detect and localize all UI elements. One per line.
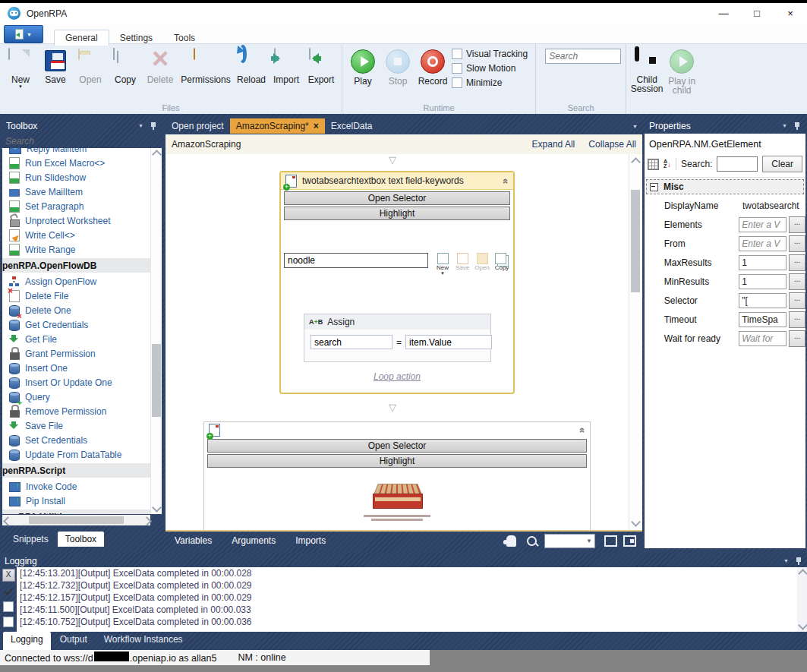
imports-button[interactable]: Imports [295,535,326,546]
ellipsis-button[interactable]: ... [789,330,805,347]
ellipsis-button[interactable]: ... [789,273,805,290]
save-button[interactable]: Save [38,46,73,84]
logging-tab[interactable]: Logging [3,632,51,650]
app-menu-button[interactable]: ▼ [4,25,43,43]
arguments-button[interactable]: Arguments [232,535,276,546]
toolbox-item[interactable]: Write Cell<> [2,228,150,242]
collapse-chevron-icon[interactable]: « [500,178,512,183]
assign-value-input[interactable] [405,335,492,349]
highlight-button[interactable]: Highlight [207,454,587,468]
toolbox-item[interactable]: Reply MailItem [2,148,150,156]
ribbon-search-input[interactable] [545,49,621,64]
assign-activity[interactable]: A+B Assign = [304,314,491,362]
pin-icon[interactable] [150,121,157,131]
ellipsis-button[interactable]: ... [789,254,805,271]
log-checkbox[interactable] [3,601,14,612]
play-in-child-button[interactable]: Play in child [664,46,699,95]
toolbox-item[interactable]: penRPA.Script [2,463,150,478]
toolbox-item[interactable]: Remove Permission [2,404,150,418]
property-value-input[interactable]: "[ [739,293,787,308]
toolbox-item[interactable]: Query [2,390,150,404]
record-button[interactable]: Record [415,46,450,86]
log-checkbox-checked[interactable] [3,586,14,597]
variables-button[interactable]: Variables [175,535,212,546]
property-value-input[interactable]: Wait for [739,331,787,346]
open-selector-button[interactable]: Open Selector [284,191,510,205]
mini-save-button[interactable]: Save [454,253,471,276]
toolbox-item[interactable]: Run Slideshow [2,170,150,185]
maximize-button[interactable]: □ [740,4,774,24]
delete-button[interactable]: Delete [143,46,178,84]
new-button[interactable]: New▼ [3,46,38,89]
highlight-button[interactable]: Highlight [284,207,510,220]
export-button[interactable]: Export [304,46,339,84]
chevron-down-icon[interactable]: ▼ [783,558,789,563]
properties-search-input[interactable] [717,156,758,172]
import-button[interactable]: Import [269,46,304,84]
ellipsis-button[interactable]: ... [789,216,805,233]
mini-copy-button[interactable]: Copy [493,253,510,276]
minimize-button[interactable]: — [707,4,740,24]
ribbon-tab[interactable]: General [54,30,109,46]
property-value-input[interactable]: Enter a V [739,236,787,251]
toolbox-item[interactable]: Invoke Code [2,479,150,494]
chevron-down-icon[interactable]: ▼ [138,123,143,128]
toolbox-item[interactable]: Delete One [2,303,150,317]
toolbox-item[interactable]: Run Excel Macro<> [2,156,150,170]
activity-header[interactable]: twotabsearchtextbox text field-keywords … [281,172,513,190]
log-checkbox[interactable] [3,617,14,627]
zoom-magnifier-icon[interactable] [527,536,537,546]
property-value-input[interactable]: TimeSpa [739,312,787,327]
toolbox-item[interactable]: Save File [2,418,150,433]
property-value-input[interactable]: 1 [739,255,787,270]
loop-action-link[interactable]: Loop action [281,371,513,382]
tab-amazonscraping[interactable]: AmazonScraping*× [230,118,325,134]
log-scrollbar[interactable] [797,567,807,632]
property-value-input[interactable]: Enter a V [739,217,787,232]
logging-tab[interactable]: Output [52,632,95,650]
play-button[interactable]: Play [345,46,380,86]
activity-second[interactable]: « Open Selector Highlight [203,421,591,530]
activity-getelement[interactable]: twotabsearchtextbox text field-keywords … [279,171,515,394]
toolbox-item[interactable]: Get File [2,332,150,346]
permissions-button[interactable]: Permissions [178,46,234,84]
toolbox-item[interactable]: Insert Or Update One [2,375,150,390]
tab-snippets[interactable]: Snippets [5,532,56,547]
open-selector-button[interactable]: Open Selector [207,439,587,453]
toolbox-item[interactable]: Write Range [2,242,150,257]
runtime-checkbox[interactable]: Visual Tracking [452,49,528,59]
clear-button[interactable]: Clear [762,156,802,172]
toolbox-item[interactable]: Get Credentials [2,317,150,332]
toolbox-item[interactable]: Set Credentials [2,433,150,447]
pin-icon[interactable] [793,121,801,131]
actual-size-icon[interactable] [623,535,636,547]
reload-button[interactable]: Reload [234,46,269,84]
logging-tab[interactable]: Workflow Instances [96,632,191,650]
toolbox-hscrollbar[interactable] [2,515,150,525]
ellipsis-button[interactable]: ... [789,311,805,328]
collapse-all-link[interactable]: Collapse All [588,139,636,150]
property-value-input[interactable]: 1 [739,274,787,289]
selector-value-input[interactable] [284,253,428,268]
mini-open-button[interactable]: Open [474,253,490,276]
pan-hand-icon[interactable] [506,535,516,547]
collapse-chevron-icon[interactable]: « [577,427,588,432]
runtime-checkbox[interactable]: Slow Motion [452,63,528,74]
breadcrumb[interactable]: AmazonScraping [172,139,241,150]
toolbox-item[interactable]: penRPA Utilities [2,510,150,514]
toolbox-item[interactable]: Delete File [2,289,150,303]
clear-log-button[interactable]: X [2,569,15,582]
toolbox-item[interactable]: Assign OpenFlow [2,274,150,289]
toolbox-item[interactable]: Pip Install [2,494,150,508]
ellipsis-button[interactable]: ... [789,292,805,309]
open-button[interactable]: Open [73,46,108,84]
pin-icon[interactable] [795,557,802,566]
sort-az-icon[interactable]: AZ↓ [664,159,671,169]
toolbox-item[interactable]: Update From DataTable [2,447,150,462]
toolbox-item[interactable]: Set Paragraph [2,199,150,213]
ellipsis-button[interactable]: ... [789,235,805,252]
tab-exceldata[interactable]: ExcelData [325,118,379,134]
categorize-icon[interactable] [648,159,659,170]
toolbox-scrollbar[interactable] [150,148,162,514]
close-button[interactable]: × [774,4,807,24]
